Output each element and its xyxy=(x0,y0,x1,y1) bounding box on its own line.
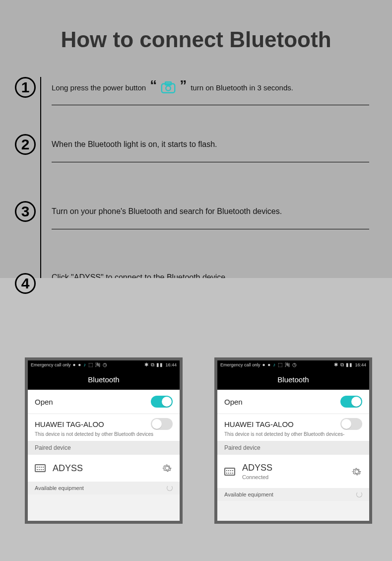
steps-container: 1 Long press the power button “ ” turn o… xyxy=(15,77,377,105)
status-time: 16:44 xyxy=(165,362,177,367)
gear-icon[interactable] xyxy=(351,466,362,477)
phone-screenshots: Emergency call only ● ● ♪ ⬚ 淘 ◷ ✱ ⧉ ▮▮ 1… xyxy=(25,357,372,524)
status-bar: Emergency call only ● ● ♪ ⬚ 淘 ◷ ✱ ⧉ ▮▮ 1… xyxy=(28,360,180,369)
status-network-label: Emergency call only xyxy=(220,362,261,367)
step-1-pre-text: Long press the power button xyxy=(52,83,146,92)
screen-title: Bluetooth xyxy=(217,369,369,390)
paired-device-row[interactable]: ADYSS xyxy=(28,455,180,482)
status-system-icons: ✱ ⧉ ▮▮ xyxy=(144,362,164,368)
bluetooth-open-row: Open xyxy=(28,390,180,414)
paired-device-status: Connected xyxy=(242,474,272,480)
available-label: Available equipment xyxy=(35,485,84,491)
status-time: 16:44 xyxy=(355,362,366,367)
step-2-text: When the Bluetooth light is on, it start… xyxy=(52,134,369,155)
divider xyxy=(52,162,369,162)
empty-area xyxy=(217,501,369,521)
status-bar: Emergency call only ● ● ♪ ⬚ 淘 ◷ ✱ ⧉ ▮▮ 1… xyxy=(217,360,369,369)
paired-section-header: Paired device xyxy=(217,441,369,455)
empty-area xyxy=(28,494,180,521)
device-visibility-row: HUAWEI TAG-ALOO This device is not detec… xyxy=(217,414,369,441)
status-system-icons: ✱ ⧉ ▮▮ xyxy=(334,362,353,368)
screen-title: Bluetooth xyxy=(28,369,180,390)
device-visibility-sub: This device is not detected by other Blu… xyxy=(224,431,344,437)
svg-point-2 xyxy=(166,86,171,91)
bluetooth-open-row: Open xyxy=(217,390,369,414)
bluetooth-toggle[interactable] xyxy=(151,396,173,408)
status-network-label: Emergency call only xyxy=(31,362,71,367)
available-label: Available equipment xyxy=(224,491,273,497)
step-number-1: 1 xyxy=(15,77,36,98)
visibility-toggle[interactable] xyxy=(340,418,362,430)
step-number-4: 4 xyxy=(15,273,36,294)
open-label: Open xyxy=(35,398,53,406)
loading-spinner-icon xyxy=(167,485,173,491)
device-visibility-sub: This device is not detected by other Blu… xyxy=(35,431,153,437)
step-2: 2 When the Bluetooth light is on, it sta… xyxy=(15,134,369,162)
loading-spinner-icon xyxy=(356,491,362,497)
visibility-toggle[interactable] xyxy=(151,418,173,430)
paired-device-name: ADYSS xyxy=(242,463,272,473)
gear-icon[interactable] xyxy=(162,463,173,474)
available-section: Available equipment xyxy=(217,488,369,501)
open-label: Open xyxy=(224,398,243,406)
available-section: Available equipment xyxy=(28,482,180,494)
phone-after: Emergency call only ● ● ♪ ⬚ 淘 ◷ ✱ ⧉ ▮▮ 1… xyxy=(214,357,372,524)
paired-device-row[interactable]: ADYSS Connected xyxy=(217,455,369,488)
step-number-2: 2 xyxy=(15,134,36,155)
step-3: 3 Turn on your phone's Bluetooth and sea… xyxy=(15,201,369,229)
device-visibility-row: HUAWEI TAG-ALOO This device is not detec… xyxy=(28,414,180,441)
step-number-3: 3 xyxy=(15,201,36,222)
phone-before: Emergency call only ● ● ♪ ⬚ 淘 ◷ ✱ ⧉ ▮▮ 1… xyxy=(25,357,183,524)
keyboard-icon xyxy=(224,468,235,476)
bluetooth-toggle[interactable] xyxy=(340,396,362,408)
step-1-post-text: turn on Bluetooth in 3 seconds. xyxy=(191,83,293,92)
device-name-label: HUAWEI TAG-ALOO xyxy=(224,420,294,428)
status-notification-icons: ● ● ♪ ⬚ 淘 ◷ xyxy=(73,361,108,368)
divider xyxy=(52,105,369,105)
status-notification-icons: ● ● ♪ ⬚ 淘 ◷ xyxy=(262,361,297,368)
device-name-label: HUAWEI TAG-ALOO xyxy=(35,420,104,428)
open-quote: “ xyxy=(150,78,157,92)
step-1: 1 Long press the power button “ ” turn o… xyxy=(15,77,377,105)
page-title: How to connect Bluetooth xyxy=(0,0,392,67)
step-3-text: Turn on your phone's Bluetooth and searc… xyxy=(52,201,369,222)
paired-section-header: Paired device xyxy=(28,441,180,455)
camera-icon xyxy=(161,81,176,93)
divider xyxy=(52,229,369,229)
close-quote: ” xyxy=(180,78,187,92)
keyboard-icon xyxy=(35,464,46,472)
paired-device-name: ADYSS xyxy=(53,463,83,474)
